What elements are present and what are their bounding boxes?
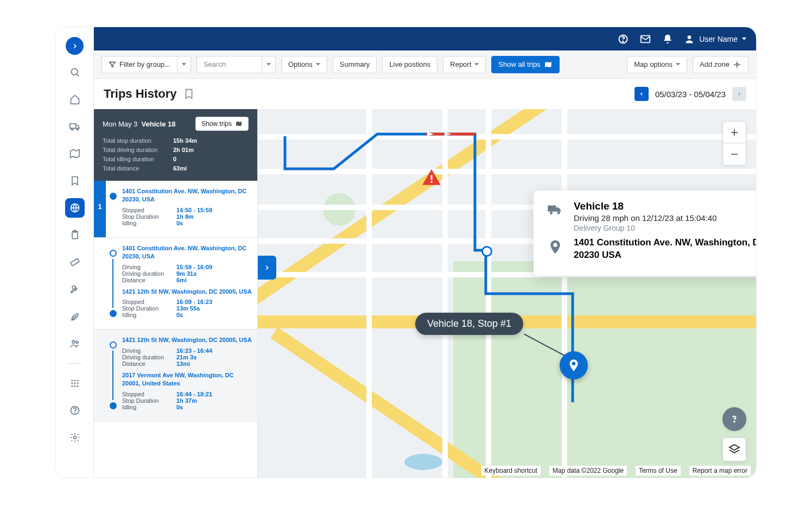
trip-list: 11401 Constitution Ave. NW, Washington, … [94, 181, 257, 478]
help-icon[interactable] [65, 401, 85, 420]
filter-icon [109, 61, 116, 68]
svg-rect-39 [548, 206, 556, 212]
svg-rect-2 [69, 124, 75, 128]
show-all-trips-button[interactable]: Show all trips [491, 56, 559, 73]
trip-item[interactable]: 1421 12th St NW, Washington, DC 20005, U… [94, 330, 257, 422]
svg-point-27 [623, 41, 624, 41]
svg-point-37 [430, 181, 433, 183]
date-range[interactable]: 05/03/23 - 05/04/23 [655, 90, 726, 99]
vehicle-info-card: Vehicle 18 Driving 28 mph on 12/12/23 at… [534, 191, 756, 276]
summary-button[interactable]: Summary [333, 56, 377, 73]
trip-item[interactable]: 1401 Constitution Ave. NW, Washington, D… [94, 238, 257, 330]
zone-icon [733, 60, 741, 69]
map[interactable]: Vehicle 18, Stop #1 Vehicle 18 Driving 2… [258, 109, 756, 478]
trip-address: 1421 12th St NW, Washington, DC 20005, U… [122, 336, 252, 344]
bookmark-page-icon[interactable] [183, 88, 195, 100]
svg-point-18 [74, 383, 75, 384]
svg-point-41 [557, 212, 560, 214]
user-icon [684, 34, 695, 45]
vehicle-group: Delivery Group 10 [574, 224, 717, 232]
svg-marker-30 [110, 62, 116, 67]
map-fold-icon [544, 61, 553, 68]
layers-button[interactable] [722, 438, 746, 461]
svg-rect-36 [431, 175, 433, 180]
help-button[interactable] [618, 34, 629, 45]
trip-item[interactable]: 11401 Constitution Ave. NW, Washington, … [94, 181, 257, 238]
map-help-button[interactable] [722, 407, 746, 431]
svg-point-16 [77, 379, 78, 381]
mail-icon[interactable] [639, 33, 651, 45]
apps-icon[interactable] [65, 373, 85, 393]
clipboard-icon[interactable] [65, 225, 85, 245]
user-menu[interactable]: User Name [684, 34, 746, 45]
page-header: Trips History 05/03/23 - 05/04/23 [94, 79, 756, 109]
svg-point-24 [74, 413, 75, 413]
vehicle-address: 1401 Constitution Ave. NW, Washington, D… [574, 237, 756, 262]
date-prev-button[interactable] [635, 87, 649, 101]
trip-address: 1401 Constitution Ave. NW, Washington, D… [122, 187, 252, 204]
route-position-dot[interactable] [481, 246, 492, 257]
truck-icon [544, 200, 566, 232]
svg-point-0 [71, 68, 78, 75]
svg-marker-35 [445, 132, 451, 136]
date-next-button[interactable] [732, 87, 746, 101]
nav-toggle-button[interactable] [66, 37, 84, 55]
svg-marker-43 [729, 445, 739, 450]
map-fold-icon [235, 121, 243, 127]
map-attribution: Keyboard shortcut Map data ©2022 Google … [481, 466, 751, 476]
route-line [258, 109, 756, 478]
home-icon[interactable] [65, 90, 85, 109]
svg-point-42 [734, 421, 734, 422]
trip-address: 1421 12th St NW, Washington, DC 20005, U… [122, 288, 252, 296]
live-positions-button[interactable]: Live postions [382, 56, 437, 73]
stop-marker[interactable] [560, 351, 588, 379]
settings-icon[interactable] [65, 428, 85, 447]
svg-point-13 [76, 341, 78, 343]
toolbar: Filter by group... Search Options Summar… [94, 50, 756, 79]
vehicle-status: Driving 28 mph on 12/12/23 at 15:04:40 [574, 213, 717, 223]
trip-address: 2017 Vermont Ave NW, Washington, DC 2000… [122, 371, 252, 388]
leaf-icon[interactable] [65, 307, 85, 326]
options-button[interactable]: Options [281, 56, 327, 73]
svg-point-19 [77, 383, 78, 384]
svg-marker-33 [236, 122, 242, 126]
caret-down-icon [742, 37, 746, 40]
svg-point-32 [736, 64, 738, 66]
trips-panel: Mon May 3 Vehicle 18 Show trips Total st… [94, 109, 258, 478]
svg-point-15 [74, 379, 75, 381]
users-icon[interactable] [65, 334, 85, 353]
zoom-in-button[interactable]: + [723, 122, 746, 143]
alert-icon [421, 168, 442, 187]
map-icon[interactable] [65, 144, 85, 163]
svg-rect-10 [70, 258, 79, 265]
ruler-icon[interactable] [65, 252, 85, 272]
svg-point-20 [71, 385, 73, 387]
filter-group-button[interactable]: Filter by group... [101, 56, 191, 73]
page-title: Trips History [104, 87, 176, 101]
search-input[interactable]: Search [196, 56, 276, 73]
panel-summary: Mon May 3 Vehicle 18 Show trips Total st… [94, 109, 257, 181]
wrench-icon[interactable] [65, 280, 85, 299]
svg-marker-31 [545, 61, 551, 67]
svg-point-21 [74, 385, 75, 387]
svg-marker-34 [427, 132, 434, 136]
svg-point-12 [72, 340, 75, 343]
svg-marker-5 [70, 150, 79, 158]
search-icon[interactable] [65, 62, 85, 82]
user-name: User Name [699, 35, 738, 43]
add-zone-button[interactable]: Add zone [693, 56, 748, 73]
bell-icon[interactable] [662, 34, 673, 45]
keyboard-shortcut-link[interactable]: Keyboard shortcut [481, 466, 541, 476]
truck-icon[interactable] [65, 117, 85, 136]
panel-expand-button[interactable] [258, 256, 276, 280]
report-button[interactable]: Report [443, 56, 486, 73]
bookmark-icon[interactable] [65, 171, 85, 191]
map-options-button[interactable]: Map options [627, 56, 687, 73]
globe-icon[interactable] [65, 198, 85, 218]
zoom-out-button[interactable]: − [723, 143, 746, 165]
trip-address: 1401 Constitution Ave. NW, Washington, D… [122, 244, 252, 261]
show-trips-button[interactable]: Show trips [195, 117, 249, 131]
terms-link[interactable]: Terms of Use [636, 466, 681, 476]
svg-point-14 [71, 379, 73, 381]
report-error-link[interactable]: Report a map error [689, 466, 751, 476]
